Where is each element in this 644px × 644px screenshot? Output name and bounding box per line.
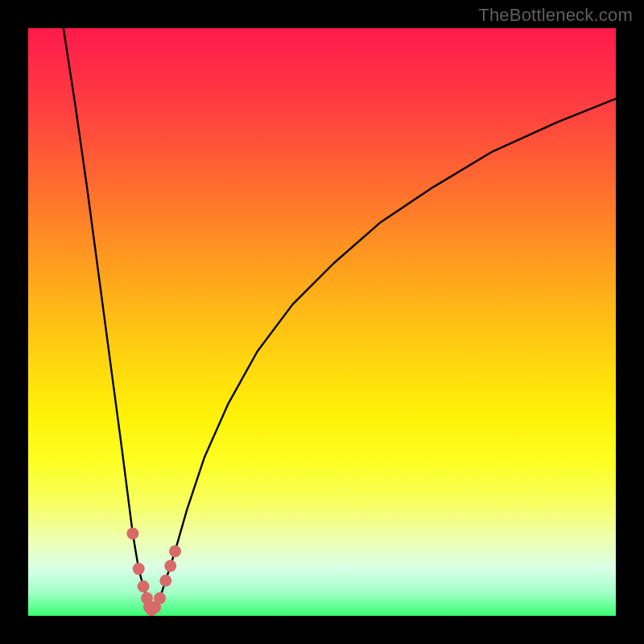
- plot-area: [28, 28, 616, 616]
- watermark-text: TheBottleneck.com: [478, 5, 633, 26]
- highlight-marker: [126, 527, 138, 539]
- highlight-marker: [138, 580, 150, 592]
- highlight-marker: [164, 560, 176, 572]
- curve-left-branch: [64, 28, 152, 610]
- chart-frame: TheBottleneck.com: [0, 0, 644, 644]
- highlight-marker: [169, 545, 181, 557]
- highlight-marker: [159, 575, 171, 587]
- highlight-marker: [154, 592, 166, 605]
- highlight-marker: [133, 563, 145, 575]
- curve-right-branch: [151, 99, 616, 610]
- bottleneck-curve: [28, 28, 616, 616]
